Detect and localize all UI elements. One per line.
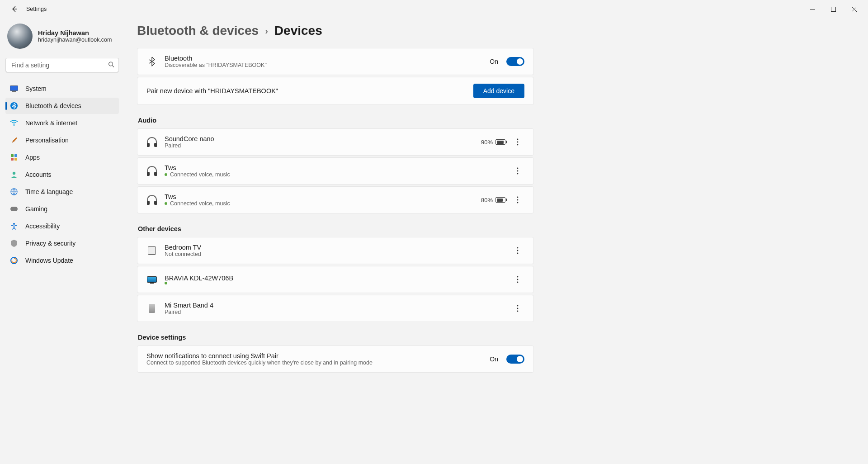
nav-list: System Bluetooth & devices Network & int… (5, 80, 119, 269)
search-icon (108, 62, 114, 69)
battery-icon (495, 197, 505, 203)
device-row[interactable]: BRAVIA KDL-42W706B (137, 266, 534, 293)
cast-device-icon (146, 245, 157, 256)
device-row[interactable]: TwsConnected voice, music80% (137, 186, 534, 213)
breadcrumb: Bluetooth & devices › Devices (137, 24, 846, 38)
svg-point-23 (517, 202, 519, 204)
device-name: Tws (165, 164, 511, 171)
section-title-device-settings: Device settings (138, 334, 535, 341)
swift-state-label: On (490, 355, 498, 363)
sidebar-item-label: Windows Update (25, 257, 73, 264)
device-status: Paired (165, 142, 481, 149)
more-vertical-icon (517, 138, 519, 146)
sidebar-item-apps[interactable]: Apps (5, 149, 119, 166)
more-button[interactable] (511, 135, 524, 149)
bluetooth-icon (10, 102, 18, 110)
more-button[interactable] (511, 164, 524, 178)
svg-point-29 (517, 282, 519, 283)
device-row[interactable]: TwsConnected voice, music (137, 157, 534, 185)
maximize-button[interactable] (823, 2, 844, 16)
system-icon (10, 85, 18, 93)
more-button[interactable] (511, 193, 524, 207)
connected-dot-icon (165, 173, 167, 176)
device-name: Tws (165, 193, 481, 200)
tv-icon (146, 274, 157, 285)
connected-dot-icon (165, 202, 167, 205)
swift-toggle[interactable] (506, 355, 524, 364)
profile-email: hridaynijhawan@outlook.com (38, 37, 112, 43)
add-device-button[interactable]: Add device (473, 84, 524, 98)
profile-block[interactable]: Hriday Nijhawan hridaynijhawan@outlook.c… (5, 22, 119, 56)
sidebar-item-time-language[interactable]: Time & language (5, 184, 119, 200)
battery-icon (495, 139, 505, 145)
pair-text: Pair new device with "HRIDAYSMATEBOOK" (146, 87, 473, 95)
device-status: Paired (165, 309, 511, 315)
svg-point-30 (517, 305, 519, 307)
section-title-other: Other devices (138, 225, 535, 232)
pair-card: Pair new device with "HRIDAYSMATEBOOK" A… (137, 77, 534, 105)
more-button[interactable] (511, 302, 524, 315)
svg-rect-12 (10, 207, 18, 211)
minimize-button[interactable] (802, 2, 823, 16)
search-input[interactable] (5, 58, 119, 72)
sidebar-item-label: Privacy & security (25, 240, 75, 247)
bluetooth-toggle[interactable] (506, 57, 524, 66)
svg-point-16 (517, 142, 519, 143)
headphones-icon (146, 137, 157, 147)
sidebar-item-label: Time & language (25, 188, 73, 195)
svg-point-25 (517, 250, 519, 251)
bluetooth-title: Bluetooth (165, 55, 490, 62)
gamepad-icon (10, 205, 18, 213)
breadcrumb-parent[interactable]: Bluetooth & devices (137, 24, 259, 38)
wifi-icon (10, 119, 18, 127)
more-button[interactable] (511, 273, 524, 286)
svg-point-22 (517, 199, 519, 201)
battery-indicator: 80% (481, 197, 505, 204)
window-title: Settings (26, 6, 47, 12)
svg-rect-7 (14, 154, 17, 157)
sidebar-item-privacy[interactable]: Privacy & security (5, 235, 119, 251)
more-vertical-icon (517, 247, 519, 254)
battery-label: 90% (481, 139, 493, 146)
device-name: BRAVIA KDL-42W706B (165, 275, 511, 282)
sidebar-item-accounts[interactable]: Accounts (5, 166, 119, 183)
svg-point-18 (517, 168, 519, 169)
device-status: Connected voice, music (165, 171, 511, 178)
bluetooth-subtitle: Discoverable as "HRIDAYSMATEBOOK" (165, 62, 490, 68)
sidebar-item-network[interactable]: Network & internet (5, 115, 119, 131)
svg-point-17 (517, 144, 519, 146)
svg-point-28 (517, 279, 519, 280)
device-row[interactable]: SoundCore nanoPaired90% (137, 128, 534, 156)
sidebar-item-personalisation[interactable]: Personalisation (5, 132, 119, 148)
swift-pair-card: Show notifications to connect using Swif… (137, 346, 534, 373)
more-button[interactable] (511, 244, 524, 257)
device-name: Mi Smart Band 4 (165, 302, 511, 309)
close-button[interactable] (844, 2, 864, 16)
sidebar-item-system[interactable]: System (5, 80, 119, 97)
device-name: Bedroom TV (165, 244, 511, 251)
profile-name: Hriday Nijhawan (38, 29, 112, 37)
swift-subtitle: Connect to supported Bluetooth devices q… (146, 360, 490, 366)
svg-point-10 (13, 172, 15, 175)
sidebar-item-accessibility[interactable]: Accessibility (5, 218, 119, 234)
device-row[interactable]: Mi Smart Band 4Paired (137, 295, 534, 322)
device-row[interactable]: Bedroom TVNot connected (137, 237, 534, 264)
back-button[interactable] (7, 2, 22, 16)
accessibility-icon (10, 222, 18, 230)
svg-point-24 (517, 247, 519, 249)
sidebar-item-label: Network & internet (25, 119, 77, 127)
sidebar-item-gaming[interactable]: Gaming (5, 201, 119, 217)
apps-icon (10, 153, 18, 161)
sidebar-item-bluetooth-devices[interactable]: Bluetooth & devices (5, 98, 119, 114)
svg-point-32 (517, 311, 519, 312)
maximize-icon (831, 7, 836, 12)
svg-point-21 (517, 197, 519, 198)
sidebar-item-windows-update[interactable]: Windows Update (5, 252, 119, 269)
bluetooth-state-label: On (490, 58, 498, 65)
battery-label: 80% (481, 197, 493, 204)
more-vertical-icon (517, 276, 519, 283)
headphones-icon (146, 166, 157, 176)
sidebar-item-label: System (25, 85, 47, 92)
svg-rect-8 (11, 158, 14, 161)
headphones-icon (146, 194, 157, 205)
